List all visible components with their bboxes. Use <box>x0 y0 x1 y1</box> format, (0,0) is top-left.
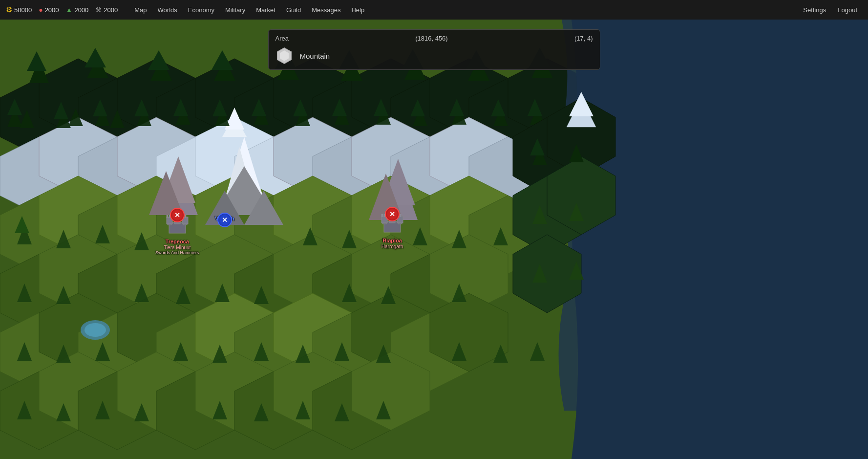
gold-icon: ⚙ <box>6 5 12 14</box>
panel-body: Mountain <box>275 47 593 65</box>
resource-bar: ⚙ 50000 ● 2000 ▲ 2000 ⚒ 2000 <box>6 5 118 14</box>
food-resource: ● 2000 <box>39 6 59 14</box>
stone-resource: ⚒ 2000 <box>95 6 118 14</box>
area-label: Area <box>275 35 289 42</box>
nav-economy[interactable]: Economy <box>183 4 219 16</box>
food-icon: ● <box>39 6 42 14</box>
stone-icon: ⚒ <box>95 6 102 14</box>
map-svg <box>0 20 868 459</box>
nav-market[interactable]: Market <box>251 4 280 16</box>
nav-messages[interactable]: Messages <box>307 4 345 16</box>
terrain-hex-icon <box>275 47 293 65</box>
stone-value: 2000 <box>104 6 118 14</box>
nav-worlds[interactable]: Worlds <box>153 4 182 16</box>
wood-resource: ▲ 2000 <box>66 6 89 14</box>
nav-guild[interactable]: Guild <box>281 4 306 16</box>
gold-resource: ⚙ 50000 <box>6 5 32 14</box>
nav-settings[interactable]: Settings <box>798 4 831 16</box>
food-value: 2000 <box>45 6 59 14</box>
nav-help[interactable]: Help <box>346 4 369 16</box>
panel-header: Area (1816, 456) (17, 4) <box>275 35 593 42</box>
wood-value: 2000 <box>74 6 88 14</box>
map-container[interactable]: ✕ Trepeoca Tiera Minuut Swords And Hamme… <box>0 20 868 459</box>
area-panel: Area (1816, 456) (17, 4) Mountain <box>268 29 600 70</box>
nav-military[interactable]: Military <box>220 4 250 16</box>
nav-right: Settings Logout <box>798 4 862 16</box>
svg-point-209 <box>85 323 106 337</box>
nav-map[interactable]: Map <box>129 4 151 16</box>
wood-icon: ▲ <box>66 6 73 14</box>
area-coords-tile: (17, 4) <box>574 35 593 42</box>
navbar: ⚙ 50000 ● 2000 ▲ 2000 ⚒ 2000 Map Worlds … <box>0 0 868 20</box>
area-terrain-label: Mountain <box>300 52 330 60</box>
area-coords-main: (1816, 456) <box>415 35 448 42</box>
nav-logout[interactable]: Logout <box>833 4 862 16</box>
nav-links: Map Worlds Economy Military Market Guild… <box>129 4 369 16</box>
gold-value: 50000 <box>14 6 32 14</box>
